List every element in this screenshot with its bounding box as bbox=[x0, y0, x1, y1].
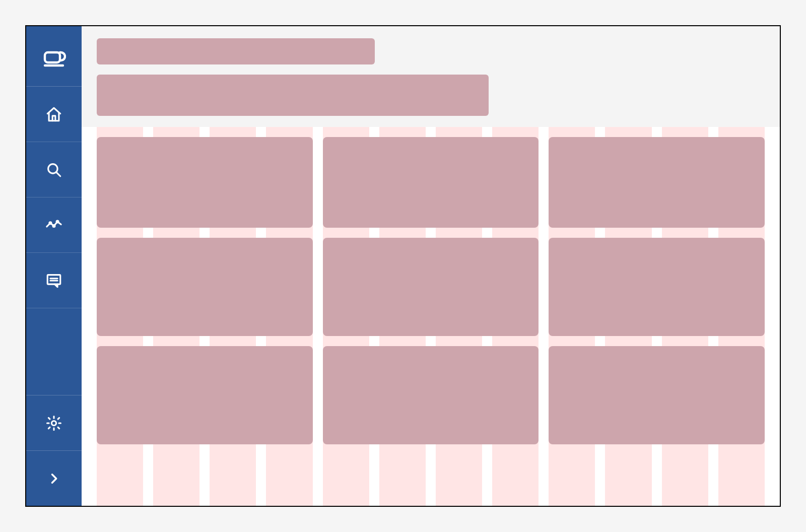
svg-line-3 bbox=[56, 172, 60, 176]
app-frame bbox=[25, 25, 781, 507]
card[interactable] bbox=[323, 238, 539, 336]
nav-messages[interactable] bbox=[26, 253, 82, 308]
chevron-right-icon bbox=[47, 472, 61, 486]
page-header bbox=[82, 26, 780, 127]
page-subtitle-placeholder bbox=[97, 75, 489, 116]
card-grid bbox=[97, 137, 765, 444]
card[interactable] bbox=[323, 137, 539, 228]
svg-point-4 bbox=[49, 222, 51, 224]
brand-logo[interactable] bbox=[26, 26, 82, 87]
card[interactable] bbox=[549, 137, 765, 228]
nav-home[interactable] bbox=[26, 87, 82, 142]
svg-point-6 bbox=[56, 220, 58, 222]
search-icon bbox=[45, 161, 62, 178]
svg-point-10 bbox=[51, 421, 56, 425]
svg-point-5 bbox=[53, 225, 55, 227]
card[interactable] bbox=[323, 346, 539, 444]
svg-rect-7 bbox=[47, 275, 60, 284]
content-area bbox=[82, 26, 780, 506]
gear-icon bbox=[45, 415, 62, 432]
nav-activity[interactable] bbox=[26, 197, 82, 253]
card[interactable] bbox=[549, 346, 765, 444]
card-region bbox=[82, 127, 780, 454]
nav-settings[interactable] bbox=[26, 395, 82, 450]
nav-search[interactable] bbox=[26, 142, 82, 197]
timeline-icon bbox=[44, 217, 63, 234]
sidebar bbox=[26, 26, 82, 506]
comment-icon bbox=[45, 272, 62, 289]
sidebar-expand-toggle[interactable] bbox=[26, 450, 82, 506]
svg-rect-0 bbox=[45, 52, 60, 62]
page-title-placeholder bbox=[97, 38, 375, 64]
card[interactable] bbox=[97, 137, 313, 228]
card[interactable] bbox=[97, 238, 313, 336]
card[interactable] bbox=[97, 346, 313, 444]
home-icon bbox=[45, 106, 62, 123]
coffee-icon bbox=[42, 44, 66, 69]
card[interactable] bbox=[549, 238, 765, 336]
